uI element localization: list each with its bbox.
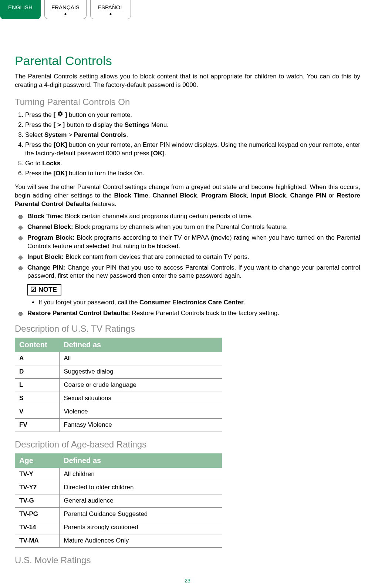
rating-definition: Parental Guidance Suggested xyxy=(59,507,222,521)
tab-label: ENGLISH xyxy=(7,4,34,11)
tab-label: FRANÇAIS xyxy=(51,4,80,11)
us-tv-ratings-table: Content Defined as AAllDSuggestive dialo… xyxy=(15,338,222,432)
rating-code: TV-PG xyxy=(15,507,59,521)
table-row: AAll xyxy=(15,352,222,365)
step-2: Press the [ > ] button to display the Se… xyxy=(25,121,360,129)
page-title: Parental Controls xyxy=(15,53,360,70)
rating-definition: Mature Audiences Only xyxy=(59,534,222,547)
tab-espanol[interactable]: ESPAÑOL ▲ xyxy=(90,0,131,19)
section-heading-us-tv: Description of U.S. TV Ratings xyxy=(15,323,360,335)
bullet-change-pin: Change PIN: Change your PIN that you use… xyxy=(18,264,360,281)
bullet-program-block: Program Block: Block programs according … xyxy=(18,234,360,251)
age-ratings-body: TV-YAll childrenTV-Y7Directed to older c… xyxy=(15,468,222,547)
steps-list: Press the [ ] button on your remote. Pre… xyxy=(15,111,360,178)
note-body: If you forget your password, call the Co… xyxy=(27,298,360,307)
feature-bullets: Block Time: Block certain channels and p… xyxy=(15,212,360,281)
rating-definition: Violence xyxy=(59,405,222,418)
note-item: If you forget your password, call the Co… xyxy=(38,298,360,307)
rating-code: A xyxy=(15,352,59,365)
age-ratings-table: Age Defined as TV-YAll childrenTV-Y7Dire… xyxy=(15,453,222,548)
page-number: 23 xyxy=(15,577,360,584)
chevron-up-icon: ▲ xyxy=(51,12,80,16)
rating-code: V xyxy=(15,405,59,418)
col-defined: Defined as xyxy=(59,338,222,352)
table-row: FVFantasy Violence xyxy=(15,418,222,432)
chevron-up-icon: ▲ xyxy=(97,12,124,16)
bullet-restore-defaults: Restore Parental Control Defaults: Resto… xyxy=(18,309,360,318)
rating-definition: Fantasy Violence xyxy=(59,418,222,432)
intro-paragraph: The Parental Controls setting allows you… xyxy=(15,72,360,89)
tab-label: ESPAÑOL xyxy=(97,4,124,11)
rating-definition: Parents strongly cautioned xyxy=(59,521,222,534)
rating-definition: All children xyxy=(59,468,222,481)
table-row: TV-14Parents strongly cautioned xyxy=(15,521,222,534)
note-box: ☑NOTE If you forget your password, call … xyxy=(27,284,360,307)
table-row: TV-GGeneral audience xyxy=(15,494,222,507)
rating-code: S xyxy=(15,392,59,405)
section-heading-movie: U.S. Movie Ratings xyxy=(15,554,360,566)
rating-definition: Suggestive dialog xyxy=(59,365,222,378)
table-row: TV-YAll children xyxy=(15,468,222,481)
table-row: TV-PGParental Guidance Suggested xyxy=(15,507,222,521)
us-tv-ratings-body: AAllDSuggestive dialogLCoarse or crude l… xyxy=(15,352,222,432)
rating-definition: General audience xyxy=(59,494,222,507)
bullet-channel-block: Channel Block: Block programs by channel… xyxy=(18,223,360,232)
rating-definition: Sexual situations xyxy=(59,392,222,405)
check-icon: ☑ xyxy=(30,286,36,293)
step-3: Select System > Parental Controls. xyxy=(25,131,360,139)
step-5: Go to Locks. xyxy=(25,159,360,168)
rating-code: TV-Y xyxy=(15,468,59,481)
bullet-block-time: Block Time: Block certain channels and p… xyxy=(18,212,360,221)
rating-code: TV-Y7 xyxy=(15,481,59,494)
rating-code: TV-14 xyxy=(15,521,59,534)
note-heading: ☑NOTE xyxy=(27,284,61,295)
rating-definition: Directed to older children xyxy=(59,481,222,494)
table-row: LCoarse or crude language xyxy=(15,378,222,392)
col-content: Content xyxy=(15,338,59,352)
rating-code: D xyxy=(15,365,59,378)
rating-definition: All xyxy=(59,352,222,365)
feature-bullets-2: Restore Parental Control Defaults: Resto… xyxy=(15,309,360,318)
table-row: VViolence xyxy=(15,405,222,418)
rating-code: L xyxy=(15,378,59,392)
tab-francais[interactable]: FRANÇAIS ▲ xyxy=(44,0,87,19)
bullet-input-block: Input Block: Block content from devices … xyxy=(18,253,360,261)
rating-definition: Coarse or crude language xyxy=(59,378,222,392)
step-6: Press the [OK] button to turn the locks … xyxy=(25,169,360,178)
step-1: Press the [ ] button on your remote. xyxy=(25,111,360,119)
tab-english[interactable]: ENGLISH xyxy=(0,0,41,19)
language-tabs: ENGLISH FRANÇAIS ▲ ESPAÑOL ▲ xyxy=(0,0,360,19)
rating-code: FV xyxy=(15,418,59,432)
table-row: SSexual situations xyxy=(15,392,222,405)
section-heading-age: Description of Age-based Ratings xyxy=(15,439,360,450)
rating-code: TV-G xyxy=(15,494,59,507)
col-defined: Defined as xyxy=(59,453,222,468)
rating-code: TV-MA xyxy=(15,534,59,547)
step-4: Press the [OK] button on your remote, an… xyxy=(25,141,360,158)
section-heading-turning-on: Turning Parental Controls On xyxy=(15,96,360,108)
col-age: Age xyxy=(15,453,59,468)
gear-icon xyxy=(57,111,63,119)
table-row: TV-Y7Directed to older children xyxy=(15,481,222,494)
greyed-out-paragraph: You will see the other Parental Control … xyxy=(15,183,360,209)
table-row: TV-MAMature Audiences Only xyxy=(15,534,222,547)
table-row: DSuggestive dialog xyxy=(15,365,222,378)
